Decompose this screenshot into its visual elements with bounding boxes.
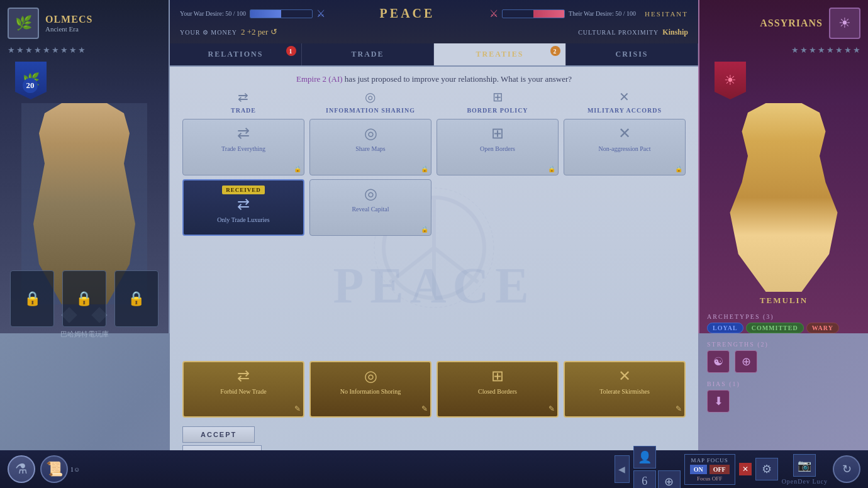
tabs-row: Relations 1 Trade Treaties 2 Crisis (170, 43, 698, 67)
tab-treaties[interactable]: Treaties 2 (434, 43, 566, 65)
map-focus-label: Map Focus (691, 457, 728, 463)
trade-column-icon: ⇄ (238, 89, 248, 104)
right-level-badge: 70 (750, 78, 765, 93)
your-war-desire-label: Your War Desire: 50 / 100 (180, 10, 246, 17)
left-civ-era: Ancient Era (45, 25, 161, 33)
open-borders-card[interactable]: ⊞ Open Borders 🔒 (437, 119, 559, 175)
minimap-icon-btn-3[interactable]: ⊕ (658, 470, 681, 489)
top-bar: Your War Desire: 50 / 100 ⚔ Peace ⚔ Thei… (170, 0, 698, 43)
right-star-1: ★ (791, 45, 799, 55)
right-star-3: ★ (809, 45, 816, 55)
forbid-new-trade-card[interactable]: ⇄ Forbid New Trade ✎ (182, 361, 304, 418)
tab-relations[interactable]: Relations 1 (170, 43, 302, 65)
military-accords-column: ✕ Military Accords ✕ Non-aggression Pact… (561, 89, 688, 421)
forbid-new-trade-pen: ✎ (294, 404, 301, 414)
lock-overlay: 🔒 🔒 🔒 (0, 264, 169, 333)
right-star-2: ★ (800, 45, 808, 55)
left-stars-row: ★ ★ ★ ★ ★ ★ ★ ★ ★ (0, 43, 169, 58)
right-star-8: ★ (853, 45, 860, 55)
focus-on-toggle[interactable]: ON (690, 465, 707, 474)
share-maps-icon: ◎ (364, 125, 377, 142)
your-war-bar (250, 9, 313, 18)
their-war-desire-label: Their War Desire: 50 / 100 (569, 10, 636, 17)
strengths-title: Strengths (2) (707, 341, 860, 348)
trade-column: ⇄ Trade ⇄ Trade Everything 🔒 RECEIVED ⇄ … (180, 89, 307, 421)
proposal-text: Empire 2 (AI) has just proposed to impro… (170, 67, 698, 89)
tag-committed: Committed (746, 323, 804, 333)
your-war-icon: ⚔ (316, 8, 325, 19)
right-civ-name: Assyrians (760, 18, 823, 29)
accept-button[interactable]: Accept (182, 426, 255, 443)
trade-everything-lock: 🔒 (294, 165, 301, 172)
non-aggression-label: Non-aggression Pact (598, 145, 650, 153)
minimap-icon-btn-2[interactable]: 6 (633, 470, 656, 489)
map-close-btn[interactable]: ✕ (739, 463, 752, 475)
minimap-settings-btn[interactable]: 📷 (793, 454, 816, 477)
right-star-4: ★ (818, 45, 825, 55)
bottom-counter: 1☺ (70, 466, 80, 473)
non-aggression-card[interactable]: ✕ Non-aggression Pact 🔒 (564, 119, 686, 175)
left-civ-icon: 🌿 (8, 8, 39, 39)
received-badge: RECEIVED (222, 186, 265, 194)
info-sharing-column-icon: ◎ (365, 89, 376, 104)
proposal-empire-text: Empire 2 (AI) (296, 74, 343, 84)
minimap-area: ◀ 👤 6 ⊕ Map Focus ON OFF Focus OFF ✕ ⚙ 📷… (615, 446, 828, 489)
minimap-person-btn[interactable]: 👤 (633, 446, 656, 469)
left-level-badge: 20 (23, 78, 38, 93)
bias-title: Bias (1) (707, 380, 860, 387)
lock-card-3: 🔒 (114, 270, 159, 327)
trade-everything-label: Trade Everything (221, 145, 265, 153)
map-focus-box: Map Focus ON OFF Focus OFF (684, 454, 735, 485)
only-trade-luxuries-card[interactable]: RECEIVED ⇄ Only Trade Luxuries (182, 179, 304, 236)
non-aggression-icon: ✕ (618, 125, 631, 142)
trade-everything-card[interactable]: ⇄ Trade Everything 🔒 (182, 119, 304, 175)
border-policy-column-title: Border Policy (467, 107, 528, 114)
star-2: ★ (16, 45, 24, 55)
bias-icons: ⬇ (707, 390, 860, 413)
no-info-sharing-card[interactable]: ◎ No Information Shoring ✎ (309, 361, 431, 418)
settings-icon-bottom[interactable]: ⚙ (755, 458, 778, 480)
no-info-sharing-label: No Information Shoring (340, 387, 401, 396)
info-sharing-column: ◎ Information Sharing ◎ Share Maps 🔒 ◎ R… (307, 89, 434, 421)
star-7: ★ (60, 45, 68, 55)
strength-icons: ☯ ⊕ (707, 350, 860, 373)
strength-icon-1: ☯ (707, 350, 730, 373)
money-row: Your ⚙ Money 2 +2 per ↺ (180, 25, 277, 40)
non-aggression-lock: 🔒 (675, 165, 682, 172)
share-maps-lock: 🔒 (421, 165, 428, 172)
proposal-body-text: has just proposed to improve your relati… (345, 74, 572, 84)
their-war-icon: ⚔ (489, 8, 498, 19)
open-borders-label: Open Borders (480, 145, 515, 153)
no-info-sharing-icon: ◎ (364, 367, 377, 385)
minimap-expand-btn[interactable]: ◀ (615, 455, 630, 483)
bottom-flask-btn[interactable]: ⚗ (8, 455, 35, 483)
tab-treaties-badge: 2 (550, 46, 560, 56)
dialog-title: Peace (325, 6, 489, 21)
tab-trade[interactable]: Trade (302, 43, 434, 65)
star-3: ★ (25, 45, 33, 55)
reveal-capital-card[interactable]: ◎ Reveal Capital 🔒 (309, 179, 431, 236)
left-civ-badge: 🌿 20 (15, 62, 47, 99)
their-war-bar (502, 9, 565, 18)
border-policy-column: ⊞ Border Policy ⊞ Open Borders 🔒 ⊞ Close… (434, 89, 561, 421)
star-8: ★ (69, 45, 77, 55)
only-trade-luxuries-icon: ⇄ (237, 196, 250, 213)
forbid-new-trade-icon: ⇄ (237, 367, 250, 385)
proximity-label: Cultural Proximity (578, 29, 659, 36)
tolerate-skirmishes-card[interactable]: ✕ Tolerate Skirmishes ✎ (564, 361, 686, 418)
right-star-5: ★ (826, 45, 834, 55)
trade-everything-icon: ⇄ (237, 125, 250, 142)
bottom-right-circle-btn[interactable]: ↻ (833, 455, 860, 483)
focus-off-toggle[interactable]: OFF (709, 465, 730, 474)
closed-borders-pen: ✎ (548, 404, 555, 414)
no-info-sharing-pen: ✎ (421, 404, 428, 414)
star-5: ★ (43, 45, 50, 55)
right-civ-icon: ☀ (829, 8, 860, 39)
bottom-scroll-btn[interactable]: 📜 (40, 455, 68, 483)
closed-borders-icon: ⊞ (491, 367, 504, 385)
share-maps-card[interactable]: ◎ Share Maps 🔒 (309, 119, 431, 175)
info-sharing-column-title: Information Sharing (326, 107, 415, 114)
closed-borders-card[interactable]: ⊞ Closed Borders ✎ (437, 361, 559, 418)
tab-crisis[interactable]: Crisis (566, 43, 698, 65)
open-borders-lock: 🔒 (548, 165, 555, 172)
